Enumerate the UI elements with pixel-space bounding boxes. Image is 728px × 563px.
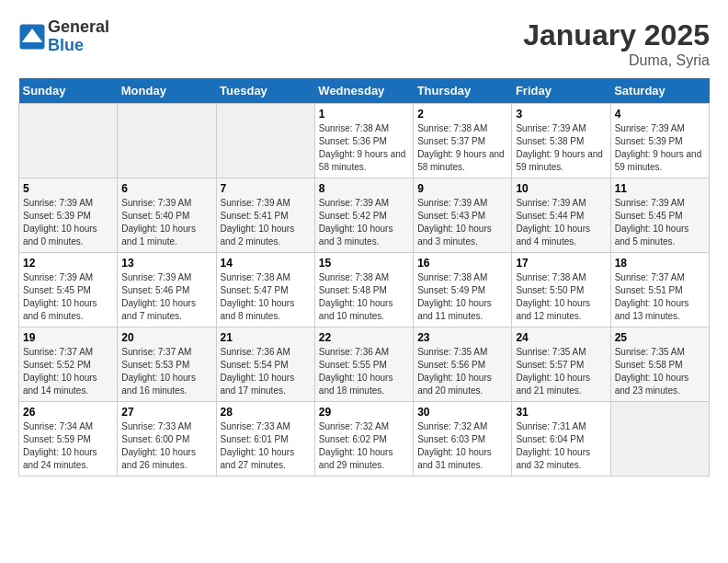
day-info: Sunrise: 7:38 AMSunset: 5:50 PMDaylight:… [516,271,606,323]
day-number: 23 [417,331,507,344]
day-info: Sunrise: 7:35 AMSunset: 5:58 PMDaylight:… [615,346,705,397]
day-number: 4 [615,108,705,121]
calendar-cell: 23Sunrise: 7:35 AMSunset: 5:56 PMDayligh… [414,327,512,402]
day-info: Sunrise: 7:35 AMSunset: 5:56 PMDaylight:… [417,346,507,397]
week-row-1: 1Sunrise: 7:38 AMSunset: 5:36 PMDaylight… [19,104,710,178]
calendar-cell [610,402,709,477]
month-title: January 2025 [523,18,710,52]
calendar-cell: 5Sunrise: 7:39 AMSunset: 5:39 PMDaylight… [19,178,118,253]
day-number: 13 [121,257,211,270]
location: Duma, Syria [523,52,710,69]
header-day-wednesday: Wednesday [314,78,413,104]
calendar-cell: 28Sunrise: 7:33 AMSunset: 6:01 PMDayligh… [216,402,314,477]
day-info: Sunrise: 7:39 AMSunset: 5:45 PMDaylight:… [615,197,705,248]
day-info: Sunrise: 7:39 AMSunset: 5:40 PMDaylight:… [121,197,211,248]
calendar-body: 1Sunrise: 7:38 AMSunset: 5:36 PMDaylight… [19,104,710,477]
day-info: Sunrise: 7:39 AMSunset: 5:46 PMDaylight:… [121,271,211,323]
day-info: Sunrise: 7:32 AMSunset: 6:03 PMDaylight:… [417,420,507,472]
day-number: 20 [121,331,211,344]
calendar-cell: 4Sunrise: 7:39 AMSunset: 5:39 PMDaylight… [610,104,709,178]
day-number: 17 [516,257,606,270]
day-info: Sunrise: 7:36 AMSunset: 5:55 PMDaylight:… [319,346,409,397]
calendar-cell: 10Sunrise: 7:39 AMSunset: 5:44 PMDayligh… [512,178,610,253]
header-day-friday: Friday [512,78,610,104]
day-info: Sunrise: 7:34 AMSunset: 5:59 PMDaylight:… [23,420,113,472]
day-number: 31 [516,406,606,419]
day-number: 28 [221,406,311,419]
header-day-monday: Monday [118,78,216,104]
calendar-cell: 31Sunrise: 7:31 AMSunset: 6:04 PMDayligh… [512,402,610,477]
day-info: Sunrise: 7:36 AMSunset: 5:54 PMDaylight:… [221,346,311,397]
day-number: 8 [319,182,409,195]
day-info: Sunrise: 7:33 AMSunset: 6:01 PMDaylight:… [221,420,311,472]
header-day-sunday: Sunday [19,78,118,104]
header-day-saturday: Saturday [610,78,709,104]
day-info: Sunrise: 7:37 AMSunset: 5:53 PMDaylight:… [121,346,211,397]
title-section: January 2025 Duma, Syria [523,18,710,69]
header-row: SundayMondayTuesdayWednesdayThursdayFrid… [19,78,710,104]
logo: General Blue [18,18,109,55]
calendar-cell: 21Sunrise: 7:36 AMSunset: 5:54 PMDayligh… [216,327,314,402]
day-info: Sunrise: 7:33 AMSunset: 6:00 PMDaylight:… [121,420,211,472]
calendar-cell: 24Sunrise: 7:35 AMSunset: 5:57 PMDayligh… [512,327,610,402]
day-number: 7 [221,182,311,195]
logo-icon [18,23,46,51]
day-info: Sunrise: 7:31 AMSunset: 6:04 PMDaylight:… [516,420,606,472]
calendar-cell: 7Sunrise: 7:39 AMSunset: 5:41 PMDaylight… [216,178,314,253]
week-row-4: 19Sunrise: 7:37 AMSunset: 5:52 PMDayligh… [19,327,710,402]
day-info: Sunrise: 7:39 AMSunset: 5:42 PMDaylight:… [319,197,409,248]
day-number: 30 [417,406,507,419]
day-number: 16 [417,257,507,270]
calendar-cell: 29Sunrise: 7:32 AMSunset: 6:02 PMDayligh… [314,402,413,477]
day-number: 29 [319,406,409,419]
calendar-cell: 26Sunrise: 7:34 AMSunset: 5:59 PMDayligh… [19,402,118,477]
day-number: 18 [615,257,705,270]
logo-blue: Blue [48,37,109,55]
day-info: Sunrise: 7:38 AMSunset: 5:48 PMDaylight:… [319,271,409,323]
calendar-header: SundayMondayTuesdayWednesdayThursdayFrid… [19,78,710,104]
day-number: 14 [221,257,311,270]
calendar-cell: 18Sunrise: 7:37 AMSunset: 5:51 PMDayligh… [610,253,709,327]
calendar-cell: 9Sunrise: 7:39 AMSunset: 5:43 PMDaylight… [414,178,512,253]
calendar-cell: 22Sunrise: 7:36 AMSunset: 5:55 PMDayligh… [314,327,413,402]
calendar-cell: 14Sunrise: 7:38 AMSunset: 5:47 PMDayligh… [216,253,314,327]
calendar-cell: 16Sunrise: 7:38 AMSunset: 5:49 PMDayligh… [414,253,512,327]
day-number: 6 [121,182,211,195]
calendar-cell: 8Sunrise: 7:39 AMSunset: 5:42 PMDaylight… [314,178,413,253]
day-number: 12 [23,257,113,270]
calendar-cell: 15Sunrise: 7:38 AMSunset: 5:48 PMDayligh… [314,253,413,327]
day-number: 10 [516,182,606,195]
day-info: Sunrise: 7:39 AMSunset: 5:39 PMDaylight:… [23,197,113,248]
day-number: 26 [23,406,113,419]
day-info: Sunrise: 7:39 AMSunset: 5:39 PMDaylight:… [615,122,705,174]
calendar-cell: 1Sunrise: 7:38 AMSunset: 5:36 PMDaylight… [314,104,413,178]
day-number: 19 [23,331,113,344]
day-number: 5 [23,182,113,195]
day-number: 1 [319,108,409,121]
day-info: Sunrise: 7:39 AMSunset: 5:43 PMDaylight:… [417,197,507,248]
day-number: 27 [121,406,211,419]
day-info: Sunrise: 7:39 AMSunset: 5:44 PMDaylight:… [516,197,606,248]
day-info: Sunrise: 7:39 AMSunset: 5:45 PMDaylight:… [23,271,113,323]
day-info: Sunrise: 7:32 AMSunset: 6:02 PMDaylight:… [319,420,409,472]
day-number: 22 [319,331,409,344]
calendar-cell [118,104,216,178]
calendar-cell: 6Sunrise: 7:39 AMSunset: 5:40 PMDaylight… [118,178,216,253]
day-info: Sunrise: 7:38 AMSunset: 5:36 PMDaylight:… [319,122,409,174]
logo-text: General Blue [48,18,109,55]
calendar-cell: 27Sunrise: 7:33 AMSunset: 6:00 PMDayligh… [118,402,216,477]
page-header: General Blue January 2025 Duma, Syria [18,18,710,69]
calendar-table: SundayMondayTuesdayWednesdayThursdayFrid… [18,78,710,477]
header-day-tuesday: Tuesday [216,78,314,104]
logo-general: General [48,18,109,37]
day-number: 3 [516,108,606,121]
week-row-3: 12Sunrise: 7:39 AMSunset: 5:45 PMDayligh… [19,253,710,327]
calendar-cell: 19Sunrise: 7:37 AMSunset: 5:52 PMDayligh… [19,327,118,402]
calendar-cell: 13Sunrise: 7:39 AMSunset: 5:46 PMDayligh… [118,253,216,327]
calendar-cell: 3Sunrise: 7:39 AMSunset: 5:38 PMDaylight… [512,104,610,178]
day-info: Sunrise: 7:38 AMSunset: 5:47 PMDaylight:… [221,271,311,323]
calendar-cell: 30Sunrise: 7:32 AMSunset: 6:03 PMDayligh… [414,402,512,477]
day-info: Sunrise: 7:37 AMSunset: 5:51 PMDaylight:… [615,271,705,323]
calendar-cell: 2Sunrise: 7:38 AMSunset: 5:37 PMDaylight… [414,104,512,178]
week-row-5: 26Sunrise: 7:34 AMSunset: 5:59 PMDayligh… [19,402,710,477]
